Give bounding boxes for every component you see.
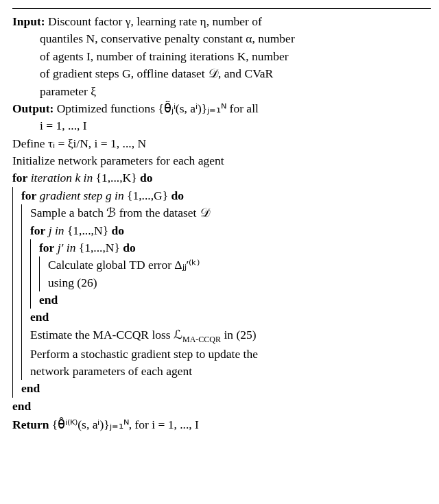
kw-do: do (120, 241, 136, 254)
kw-for: for (21, 189, 36, 202)
perform-line-2: network parameters of each agent (30, 363, 431, 380)
kw-for: for (39, 241, 54, 254)
return-label: Return (12, 418, 49, 431)
kw-end: end (39, 293, 58, 307)
bar-icon (39, 256, 48, 291)
output-line: Output: Optimized functions {θ̃ⱼⁱ(s, aⁱ)… (12, 100, 431, 135)
for-k-set: {1,...,K} (96, 171, 137, 184)
for-jprime-cond: j′ in (54, 241, 78, 254)
for-jprime-body: Calculate global TD error Δⱼⱼ′⁽ᵏ⁾ using … (39, 256, 431, 291)
input-text-2: quantiles N, conservative penalty consta… (40, 30, 431, 47)
output-label: Output: (12, 101, 54, 115)
for-g-head: for gradient step g in {1,...,G} do (21, 187, 431, 204)
bar-icon (12, 187, 21, 398)
kw-for: for (30, 224, 45, 237)
for-g-set: {1,...,G} (127, 189, 168, 202)
for-j-head: for j in {1,...,N} do (30, 222, 431, 239)
for-jprime-set: {1,...,N} (79, 241, 120, 254)
bar-icon (30, 239, 39, 309)
algorithm-block: Input: Discount factor γ, learning rate … (0, 0, 439, 435)
estimate-line: Estimate the MA-CCQR loss ℒMA-CCQR in (2… (30, 326, 431, 346)
init-line: Initialize network parameters for each a… (12, 152, 431, 169)
kw-end: end (21, 381, 40, 395)
for-k-cond: iteration k in (27, 171, 95, 184)
kw-do: do (108, 224, 124, 237)
input-text-3: of agents I, number of training iteratio… (40, 48, 431, 65)
kw-for: for (12, 171, 27, 184)
for-j-body: for j′ in {1,...,N} do Calculate global … (30, 239, 431, 309)
perform-line-1: Perform a stochastic gradient step to up… (30, 346, 431, 363)
kw-end: end (12, 399, 31, 413)
kw-do: do (137, 171, 153, 184)
end-g: end (21, 380, 431, 397)
bar-icon (21, 204, 30, 380)
input-text-4: of gradient steps G, offline dataset 𝒟, … (40, 65, 431, 82)
rule-top (12, 8, 431, 9)
estimate-tail: in (25) (221, 328, 257, 341)
input-line: Input: Discount factor γ, learning rate … (12, 13, 431, 100)
calc-line-1: Calculate global TD error Δⱼⱼ′⁽ᵏ⁾ (48, 256, 431, 274)
end-jprime: end (39, 291, 431, 309)
end-k: end (12, 398, 431, 415)
input-text-5: parameter ξ (40, 83, 431, 100)
for-j-cond: j in (45, 224, 67, 237)
input-label: Input: (12, 14, 45, 28)
kw-end: end (30, 310, 49, 324)
end-j: end (30, 309, 431, 326)
for-g-cond: gradient step g in (36, 189, 127, 202)
output-text-2: i = 1, ..., I (40, 117, 431, 134)
calc-line-2: using (26) (48, 274, 431, 291)
for-k-body: for gradient step g in {1,...,G} do Samp… (12, 187, 431, 398)
return-text: {θ̂ⁱ⁽ᴷ⁾(s, aⁱ)}ⱼ₌₁ᴺ, for i = 1, ..., I (49, 418, 198, 431)
estimate-sub: MA-CCQR (182, 334, 221, 344)
output-text-1: Optimized functions {θ̃ⱼⁱ(s, aⁱ)}ⱼ₌₁ᴺ fo… (54, 101, 259, 115)
for-jprime-head: for j′ in {1,...,N} do (39, 239, 431, 256)
for-j-set: {1,...,N} (67, 224, 108, 237)
return-line: Return {θ̂ⁱ⁽ᴷ⁾(s, aⁱ)}ⱼ₌₁ᴺ, for i = 1, .… (12, 416, 431, 433)
define-line: Define τᵢ = ξi/N, i = 1, ..., N (12, 135, 431, 152)
for-k-head: for iteration k in {1,...,K} do (12, 169, 431, 187)
kw-do: do (168, 189, 184, 202)
sample-line: Sample a batch ℬ from the dataset 𝒟 (30, 204, 431, 221)
for-g-body: Sample a batch ℬ from the dataset 𝒟 for … (21, 204, 431, 380)
estimate-text: Estimate the MA-CCQR loss ℒ (30, 328, 182, 341)
input-text-1: Discount factor γ, learning rate η, numb… (45, 14, 262, 28)
